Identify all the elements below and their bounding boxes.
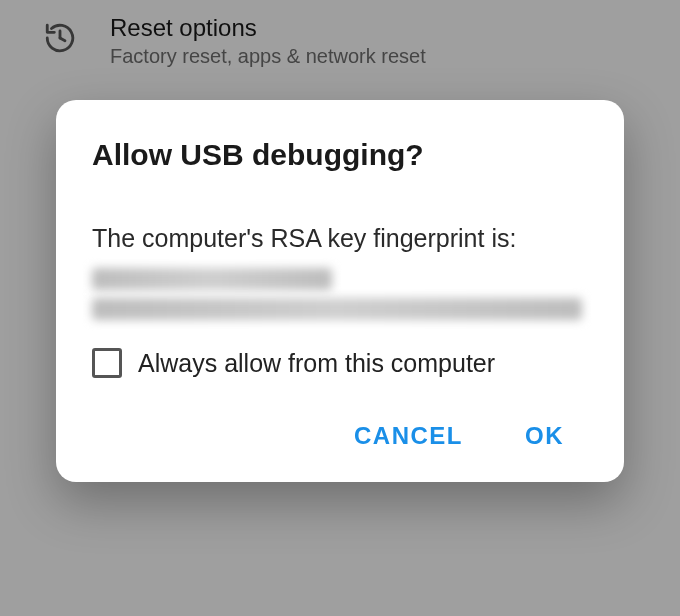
dialog-actions: CANCEL OK bbox=[92, 414, 588, 458]
usb-debugging-dialog: Allow USB debugging? The computer's RSA … bbox=[56, 100, 624, 482]
fingerprint-line-blurred bbox=[92, 298, 582, 320]
rsa-fingerprint-block bbox=[92, 268, 588, 328]
checkbox-label: Always allow from this computer bbox=[138, 349, 495, 378]
dialog-message: The computer's RSA key fingerprint is: bbox=[92, 220, 588, 256]
always-allow-checkbox-row[interactable]: Always allow from this computer bbox=[92, 348, 588, 378]
cancel-button[interactable]: CANCEL bbox=[354, 414, 463, 458]
fingerprint-line-blurred bbox=[92, 268, 332, 290]
dialog-title: Allow USB debugging? bbox=[92, 138, 588, 172]
checkbox-icon[interactable] bbox=[92, 348, 122, 378]
ok-button[interactable]: OK bbox=[525, 414, 564, 458]
